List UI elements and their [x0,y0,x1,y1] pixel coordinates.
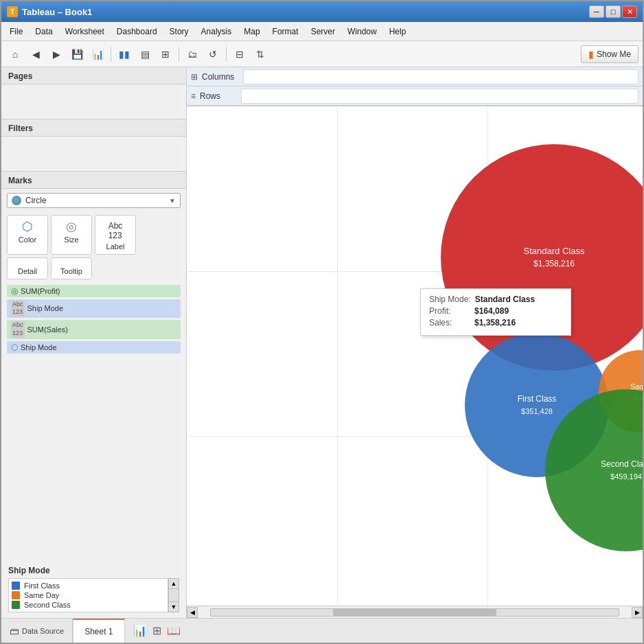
scroll-right-button[interactable]: ▶ [632,607,643,618]
new-dashboard-icon[interactable]: ⊞ [152,624,161,637]
marks-buttons-2: Detail Tooltip [1,257,186,282]
pill-abc-icon-2: Abc123 [11,321,25,337]
pill-ship-mode-2-label: Ship Mode [21,343,57,352]
label-button[interactable]: Abc123 Label [95,215,136,255]
main-content: Pages Filters Marks Circle ▼ [1,67,643,618]
menu-server[interactable]: Server [306,25,341,38]
tooltip-profit-value: $164,089 [474,306,509,316]
data-source-tab[interactable]: 🗃 Data Source [1,619,73,643]
refresh-button[interactable]: ↺ [203,45,222,64]
pages-title: Pages [1,67,186,84]
size-icon: ◎ [66,219,77,234]
tooltip-ship-mode-row: Ship Mode: Standard Class [429,295,562,304]
tooltip-ship-mode-label: Ship Mode: [429,295,471,304]
pill-sum-sales-label: SUM(Sales) [27,325,68,334]
pill-ship-mode-1-label: Ship Mode [27,304,64,312]
menu-file[interactable]: File [4,25,28,38]
toolbar-separator-1 [111,47,111,62]
new-worksheet-icon[interactable]: 📊 [133,624,147,637]
pill-ship-mode-2[interactable]: ⬡ Ship Mode [7,341,181,354]
back-button[interactable]: ◀ [26,45,45,64]
legend-wrapper: First Class Same Day Second Class [8,578,179,612]
color-button[interactable]: ⬡ Color [7,215,48,255]
h-scrollbar-thumb[interactable] [333,609,496,616]
marks-buttons: ⬡ Color ◎ Size Abc123 Label [1,212,186,257]
new-datasource-button[interactable]: 📊 [88,45,107,64]
data-source-label: Data Source [22,627,64,635]
circles-svg: Standard Class $1,358,216 First Class $3… [187,106,643,606]
pill-sum-sales[interactable]: Abc123 SUM(Sales) [7,320,181,338]
label-icon: Abc123 [108,221,123,241]
data-source-icon: 🗃 [10,625,19,636]
sheet1-label: Sheet 1 [84,627,113,636]
size-button[interactable]: ◎ Size [51,215,92,255]
bar-chart-button[interactable]: ▮▮ [115,45,134,64]
legend-item-same-day: Same Day [12,591,165,599]
legend-scroll-down[interactable]: ▼ [168,601,179,612]
legend-label-first-class: First Class [24,582,60,590]
sheet1-tab[interactable]: Sheet 1 [73,619,124,643]
marks-type-icon [12,196,21,205]
new-story-icon[interactable]: 📖 [167,624,181,637]
tooltip-button[interactable]: Tooltip [51,257,92,279]
tooltip-ship-mode-value: Standard Class [475,295,535,304]
filters-content [1,137,186,171]
rows-label: Rows [200,91,241,101]
menu-worksheet[interactable]: Worksheet [60,25,110,38]
circle-second-class-value: $459,194 [610,472,642,481]
menu-bar: File Data Worksheet Dashboard Story Anal… [1,22,643,41]
canvas: Standard Class $1,358,216 First Class $3… [187,106,643,606]
pill-abc-icon-1: Abc123 [11,301,25,317]
shelves: ⊞ Columns ≡ Rows [187,67,643,106]
rows-content[interactable] [241,89,639,104]
save-button[interactable]: 💾 [67,45,87,64]
legend-scroll-up[interactable]: ▲ [168,578,179,589]
pill-sum-profit[interactable]: ◎ SUM(Profit) [7,285,181,297]
right-area: ⊞ Columns ≡ Rows [187,67,643,618]
close-button[interactable]: ✕ [622,5,637,18]
maximize-button[interactable]: □ [606,5,621,18]
forward-button[interactable]: ▶ [47,45,66,64]
menu-story[interactable]: Story [164,25,194,38]
circle-standard-class-value: $1,358,216 [533,259,575,268]
chart-type-button[interactable]: ⊞ [156,45,175,64]
h-scrollbar-track[interactable] [210,608,619,617]
extract-button[interactable]: 🗂 [183,45,202,64]
menu-dashboard[interactable]: Dashboard [111,25,163,38]
window-controls: ─ □ ✕ [589,5,637,18]
menu-map[interactable]: Map [238,25,265,38]
menu-data[interactable]: Data [30,25,58,38]
scroll-left-button[interactable]: ◀ [187,607,198,618]
home-button[interactable]: ⌂ [5,45,25,64]
columns-content[interactable] [243,69,639,84]
legend-title: Ship Mode [8,566,179,575]
menu-format[interactable]: Format [267,25,304,38]
marks-section: Marks Circle ▼ ⬡ Color ◎ Size [1,172,186,560]
tooltip-label: Tooltip [60,267,82,275]
minimize-button[interactable]: ─ [589,5,604,18]
toolbar-separator-2 [179,47,179,62]
pill-ship-mode-1[interactable]: Abc123 Ship Mode [7,299,181,318]
menu-help[interactable]: Help [384,25,412,38]
sort-button[interactable]: ⇅ [251,45,270,64]
app-icon: T [7,6,18,17]
tooltip-sales-row: Sales: $1,358,216 [429,318,562,327]
show-me-label: Show Me [597,49,631,59]
menu-window[interactable]: Window [342,25,382,38]
legend-main: First Class Same Day Second Class [8,578,168,612]
marks-type-dropdown[interactable]: Circle ▼ [7,193,181,208]
detail-button[interactable]: Detail [7,257,48,279]
menu-analysis[interactable]: Analysis [196,25,238,38]
bottom-icons: 📊 ⊞ 📖 [125,624,189,637]
pill-sum-profit-label: SUM(Profit) [21,287,60,295]
group-button[interactable]: ⊟ [230,45,249,64]
legend-color-same-day [12,591,20,599]
rows-shelf: ≡ Rows [187,87,643,106]
main-window: T Tableau – Book1 ─ □ ✕ File Data Worksh… [0,0,644,644]
title-bar: T Tableau – Book1 ─ □ ✕ [1,1,643,22]
chart-options-button[interactable]: ▤ [135,45,154,64]
left-panel-bottom: Ship Mode First Class [1,560,186,618]
pages-content [1,84,186,119]
show-me-button[interactable]: ▮ Show Me [581,45,639,63]
legend-scrollbar-track [168,589,179,601]
